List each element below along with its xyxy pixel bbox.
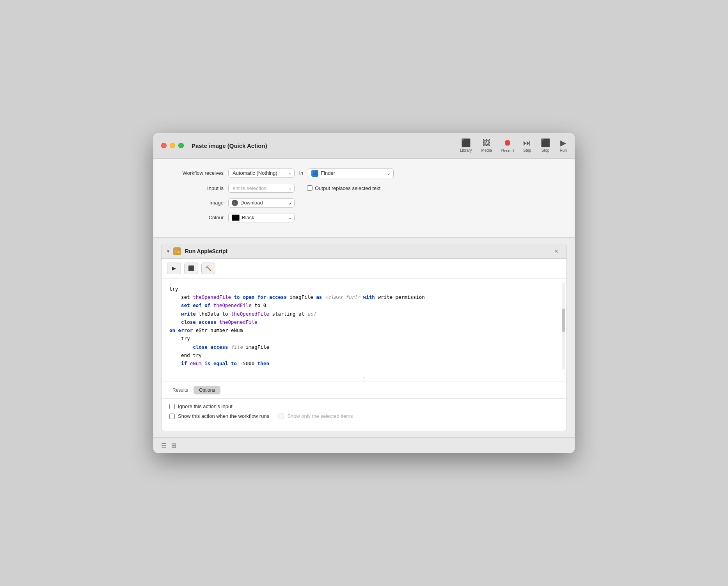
output-replaces-area: Output replaces selected text	[307, 185, 380, 191]
close-button[interactable]	[161, 143, 167, 148]
toolbar: ⬛ Library 🖼 Media ⏺ Record ⏭ Step ⬛ Stop…	[460, 139, 567, 153]
ignore-input-checkbox[interactable]	[169, 404, 175, 409]
record-label: Record	[501, 149, 514, 153]
as-title: Run AppleScript	[185, 248, 548, 254]
finder-select[interactable]: 🔵 Finder ⌄	[308, 168, 394, 178]
maximize-button[interactable]	[178, 143, 184, 148]
receives-chevron-icon: ⌄	[288, 170, 292, 176]
run-label: Run	[560, 148, 567, 153]
as-run-button[interactable]: ▶	[167, 263, 181, 274]
as-hammer-button[interactable]: 🔨	[201, 263, 215, 274]
window-title: Paste image (Quick Action)	[192, 142, 460, 149]
traffic-lights	[161, 143, 184, 148]
bottom-bar: ☰ ⊞	[153, 437, 575, 453]
scrollbar-thumb[interactable]	[562, 309, 565, 332]
image-row: Image ↓ Download ⌄	[169, 198, 559, 208]
finder-value: Finder	[321, 170, 335, 176]
as-close-button[interactable]: ✕	[552, 247, 561, 255]
finder-chevron-icon: ⌄	[387, 170, 391, 176]
in-label: in	[299, 170, 303, 176]
show-action-checkbox[interactable]	[169, 414, 175, 419]
results-tab-label: Results	[172, 387, 188, 393]
as-stop-button[interactable]: ⬛	[184, 263, 198, 274]
stop-button[interactable]: ⬛ Stop	[541, 139, 550, 153]
scrollbar-track	[562, 282, 565, 370]
show-action-row: Show this action when the workflow runs …	[169, 413, 559, 419]
library-label: Library	[460, 148, 472, 153]
main-window: Paste image (Quick Action) ⬛ Library 🖼 M…	[153, 133, 575, 453]
step-button[interactable]: ⏭ Step	[523, 139, 531, 153]
collapse-button[interactable]: ▾	[167, 249, 169, 254]
input-is-field[interactable]: entire selection ⌄	[228, 184, 295, 193]
title-bar: Paste image (Quick Action) ⬛ Library 🖼 M…	[153, 133, 575, 159]
color-swatch	[232, 215, 240, 221]
stop-icon: ⬛	[541, 139, 550, 147]
step-label: Step	[523, 148, 531, 153]
download-icon: ↓	[232, 200, 238, 206]
input-is-placeholder: entire selection	[233, 185, 266, 191]
tabs-bar: Results Options	[162, 382, 566, 398]
run-icon: ▶	[560, 139, 566, 147]
applescript-icon: ✍	[173, 247, 181, 255]
receives-select[interactable]: Automatic (Nothing) ⌄	[228, 169, 295, 178]
finder-icon: 🔵	[311, 170, 318, 177]
colour-row: Colour Black ⌄	[169, 213, 559, 222]
receives-label: Workflow receives	[169, 170, 224, 176]
workflow-area: Workflow receives Automatic (Nothing) ⌄ …	[153, 159, 575, 238]
code-content: try set theOpenedFile to open for access…	[169, 285, 559, 368]
media-icon: 🖼	[483, 139, 490, 147]
as-hammer-icon: 🔨	[205, 265, 211, 271]
list-view-icon[interactable]: ☰	[161, 442, 167, 449]
output-replaces-label: Output replaces selected text	[315, 185, 380, 191]
colour-value: Black	[242, 215, 254, 220]
ignore-input-label: Ignore this action's input	[178, 403, 233, 409]
record-icon: ⏺	[503, 139, 512, 147]
results-tab[interactable]: Results	[167, 386, 194, 394]
input-chevron-icon: ⌄	[288, 186, 292, 191]
as-header: ▾ ✍ Run AppleScript ✕	[162, 244, 566, 259]
as-stop-icon: ⬛	[188, 265, 194, 271]
run-button[interactable]: ▶ Run	[560, 139, 567, 153]
colour-chevron-icon: ⌄	[288, 215, 292, 220]
image-chevron-icon: ⌄	[288, 200, 292, 206]
show-selected-checkbox[interactable]	[279, 414, 284, 419]
applescript-section: ▾ ✍ Run AppleScript ✕ ▶ ⬛ 🔨 try set theO…	[161, 244, 567, 432]
ignore-input-row: Ignore this action's input	[169, 403, 559, 409]
image-select[interactable]: ↓ Download ⌄	[228, 198, 295, 208]
step-icon: ⏭	[523, 139, 531, 147]
options-content: Ignore this action's input Show this act…	[162, 398, 566, 431]
library-icon: ⬛	[461, 139, 471, 147]
minimize-button[interactable]	[170, 143, 175, 148]
as-run-icon: ▶	[172, 265, 176, 271]
receives-value: Automatic (Nothing)	[233, 170, 277, 176]
grid-view-icon[interactable]: ⊞	[171, 442, 176, 449]
options-tab-label: Options	[199, 387, 215, 393]
colour-label: Colour	[169, 215, 224, 220]
media-label: Media	[481, 148, 492, 153]
show-selected-label: Show only the selected items	[287, 413, 353, 419]
workflow-receives-row: Workflow receives Automatic (Nothing) ⌄ …	[169, 168, 559, 178]
output-replaces-checkbox[interactable]	[307, 185, 313, 191]
scroll-indicator: •	[162, 374, 566, 382]
media-button[interactable]: 🖼 Media	[481, 139, 492, 153]
options-tab[interactable]: Options	[194, 386, 220, 394]
colour-select[interactable]: Black ⌄	[228, 213, 295, 222]
code-editor[interactable]: try set theOpenedFile to open for access…	[162, 279, 566, 374]
library-button[interactable]: ⬛ Library	[460, 139, 472, 153]
stop-label: Stop	[542, 148, 550, 153]
record-button[interactable]: ⏺ Record	[501, 139, 514, 153]
image-value: Download	[240, 200, 263, 206]
show-action-label: Show this action when the workflow runs	[178, 413, 269, 419]
input-is-label: Input is	[169, 185, 224, 191]
image-label: Image	[169, 200, 224, 206]
as-controls: ▶ ⬛ 🔨	[162, 259, 566, 279]
input-is-row: Input is entire selection ⌄ Output repla…	[169, 184, 559, 193]
